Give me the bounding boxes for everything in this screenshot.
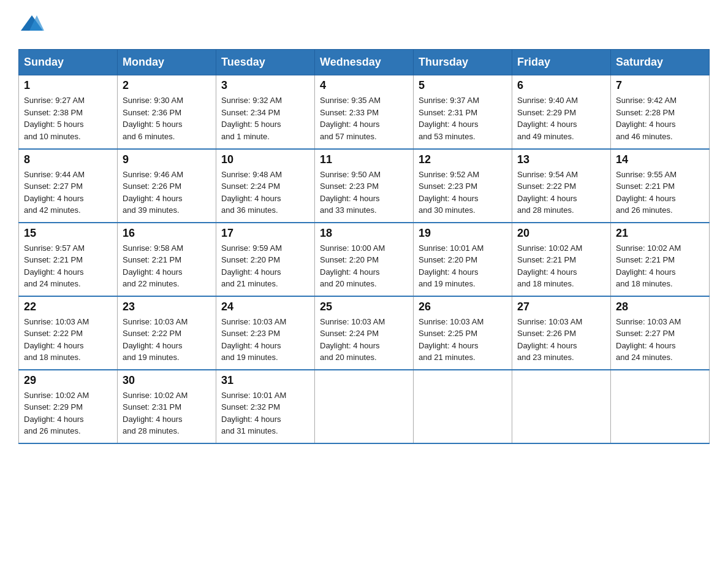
day-cell [414,370,512,443]
day-number: 31 [221,374,309,387]
header-cell-wednesday: Wednesday [315,50,414,75]
day-info: Sunrise: 9:52 AMSunset: 2:23 PMDaylight:… [419,170,479,215]
day-info: Sunrise: 9:42 AMSunset: 2:28 PMDaylight:… [616,96,677,141]
day-info: Sunrise: 10:01 AMSunset: 2:32 PMDaylight… [221,391,286,436]
day-number: 20 [517,227,605,240]
day-number: 14 [616,153,704,166]
day-number: 15 [24,227,112,240]
header-cell-tuesday: Tuesday [216,50,315,75]
day-number: 13 [517,153,605,166]
calendar-table: SundayMondayTuesdayWednesdayThursdayFrid… [18,49,710,444]
day-number: 7 [616,79,704,92]
day-cell: 28 Sunrise: 10:03 AMSunset: 2:27 PMDayli… [611,296,710,370]
week-row-1: 1 Sunrise: 9:27 AMSunset: 2:38 PMDayligh… [19,75,710,149]
day-cell: 31 Sunrise: 10:01 AMSunset: 2:32 PMDayli… [216,370,315,443]
day-cell: 29 Sunrise: 10:02 AMSunset: 2:29 PMDayli… [19,370,118,443]
day-number: 27 [517,301,605,313]
day-number: 9 [123,153,211,166]
day-number: 26 [419,301,507,313]
day-info: Sunrise: 10:02 AMSunset: 2:21 PMDaylight… [517,243,582,289]
day-cell: 12 Sunrise: 9:52 AMSunset: 2:23 PMDaylig… [414,149,512,223]
day-info: Sunrise: 10:03 AMSunset: 2:25 PMDaylight… [419,317,483,362]
day-number: 10 [221,153,309,166]
week-row-2: 8 Sunrise: 9:44 AMSunset: 2:27 PMDayligh… [19,149,710,223]
day-info: Sunrise: 9:37 AMSunset: 2:31 PMDaylight:… [419,96,479,141]
day-info: Sunrise: 10:03 AMSunset: 2:26 PMDaylight… [517,317,582,362]
day-cell: 15 Sunrise: 9:57 AMSunset: 2:21 PMDaylig… [19,223,118,296]
day-info: Sunrise: 10:00 AMSunset: 2:20 PMDaylight… [320,243,385,289]
day-number: 3 [221,79,309,92]
day-info: Sunrise: 9:57 AMSunset: 2:21 PMDaylight:… [24,243,85,289]
day-info: Sunrise: 9:58 AMSunset: 2:21 PMDaylight:… [123,243,183,289]
day-info: Sunrise: 9:55 AMSunset: 2:21 PMDaylight:… [616,170,677,215]
day-number: 4 [320,79,408,92]
day-cell: 25 Sunrise: 10:03 AMSunset: 2:24 PMDayli… [315,296,414,370]
day-info: Sunrise: 10:03 AMSunset: 2:22 PMDaylight… [24,317,89,362]
day-cell: 19 Sunrise: 10:01 AMSunset: 2:20 PMDayli… [414,223,512,296]
day-cell: 9 Sunrise: 9:46 AMSunset: 2:26 PMDayligh… [118,149,216,223]
day-info: Sunrise: 10:02 AMSunset: 2:29 PMDaylight… [24,391,89,436]
day-cell: 23 Sunrise: 10:03 AMSunset: 2:22 PMDayli… [118,296,216,370]
logo-icon [20,12,44,37]
day-info: Sunrise: 9:40 AMSunset: 2:29 PMDaylight:… [517,96,578,141]
day-cell: 22 Sunrise: 10:03 AMSunset: 2:22 PMDayli… [19,296,118,370]
day-number: 22 [24,301,112,313]
day-cell: 24 Sunrise: 10:03 AMSunset: 2:23 PMDayli… [216,296,315,370]
day-cell: 14 Sunrise: 9:55 AMSunset: 2:21 PMDaylig… [611,149,710,223]
week-row-4: 22 Sunrise: 10:03 AMSunset: 2:22 PMDayli… [19,296,710,370]
day-number: 25 [320,301,408,313]
logo [18,12,45,37]
day-number: 23 [123,301,211,313]
header-cell-monday: Monday [118,50,216,75]
calendar-header: SundayMondayTuesdayWednesdayThursdayFrid… [19,50,710,75]
day-number: 16 [123,227,211,240]
day-info: Sunrise: 9:46 AMSunset: 2:26 PMDaylight:… [123,170,183,215]
day-cell: 30 Sunrise: 10:02 AMSunset: 2:31 PMDayli… [118,370,216,443]
calendar-body: 1 Sunrise: 9:27 AMSunset: 2:38 PMDayligh… [19,75,710,443]
day-number: 12 [419,153,507,166]
day-number: 21 [616,227,704,240]
day-cell [611,370,710,443]
day-info: Sunrise: 9:27 AMSunset: 2:38 PMDaylight:… [24,96,85,141]
header-cell-saturday: Saturday [611,50,710,75]
page-header [18,12,710,37]
day-number: 17 [221,227,309,240]
day-cell: 21 Sunrise: 10:02 AMSunset: 2:21 PMDayli… [611,223,710,296]
day-cell: 26 Sunrise: 10:03 AMSunset: 2:25 PMDayli… [414,296,512,370]
day-cell: 27 Sunrise: 10:03 AMSunset: 2:26 PMDayli… [512,296,611,370]
day-cell: 5 Sunrise: 9:37 AMSunset: 2:31 PMDayligh… [414,75,512,149]
day-info: Sunrise: 10:02 AMSunset: 2:21 PMDaylight… [616,243,681,289]
day-cell: 20 Sunrise: 10:02 AMSunset: 2:21 PMDayli… [512,223,611,296]
day-number: 1 [24,79,112,92]
day-number: 29 [24,374,112,387]
day-number: 24 [221,301,309,313]
day-info: Sunrise: 10:01 AMSunset: 2:20 PMDaylight… [419,243,483,289]
day-cell [512,370,611,443]
day-info: Sunrise: 10:03 AMSunset: 2:27 PMDaylight… [616,317,681,362]
day-number: 30 [123,374,211,387]
day-cell: 13 Sunrise: 9:54 AMSunset: 2:22 PMDaylig… [512,149,611,223]
header-cell-friday: Friday [512,50,611,75]
day-cell: 2 Sunrise: 9:30 AMSunset: 2:36 PMDayligh… [118,75,216,149]
header-cell-thursday: Thursday [414,50,512,75]
day-info: Sunrise: 9:59 AMSunset: 2:20 PMDaylight:… [221,243,282,289]
day-cell: 4 Sunrise: 9:35 AMSunset: 2:33 PMDayligh… [315,75,414,149]
day-info: Sunrise: 10:03 AMSunset: 2:22 PMDaylight… [123,317,188,362]
day-number: 11 [320,153,408,166]
day-info: Sunrise: 10:02 AMSunset: 2:31 PMDaylight… [123,391,188,436]
day-cell: 7 Sunrise: 9:42 AMSunset: 2:28 PMDayligh… [611,75,710,149]
day-info: Sunrise: 9:32 AMSunset: 2:34 PMDaylight:… [221,96,282,141]
week-row-5: 29 Sunrise: 10:02 AMSunset: 2:29 PMDayli… [19,370,710,443]
day-number: 18 [320,227,408,240]
day-number: 6 [517,79,605,92]
day-number: 28 [616,301,704,313]
week-row-3: 15 Sunrise: 9:57 AMSunset: 2:21 PMDaylig… [19,223,710,296]
day-cell: 18 Sunrise: 10:00 AMSunset: 2:20 PMDayli… [315,223,414,296]
day-cell: 3 Sunrise: 9:32 AMSunset: 2:34 PMDayligh… [216,75,315,149]
day-cell: 6 Sunrise: 9:40 AMSunset: 2:29 PMDayligh… [512,75,611,149]
day-cell: 1 Sunrise: 9:27 AMSunset: 2:38 PMDayligh… [19,75,118,149]
day-info: Sunrise: 9:44 AMSunset: 2:27 PMDaylight:… [24,170,85,215]
header-row: SundayMondayTuesdayWednesdayThursdayFrid… [19,50,710,75]
day-number: 19 [419,227,507,240]
day-info: Sunrise: 9:30 AMSunset: 2:36 PMDaylight:… [123,96,183,141]
